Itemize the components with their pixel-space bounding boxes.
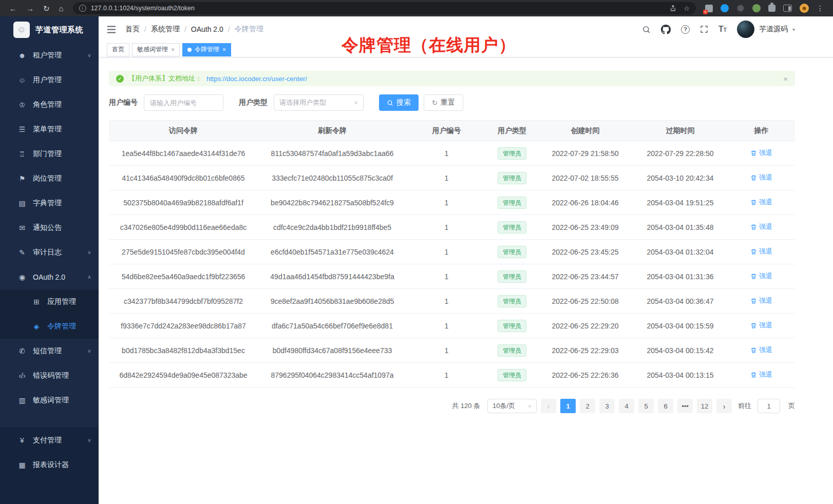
force-logout-button[interactable]: 强退 [750,345,772,355]
user-menu[interactable]: 芋道源码 ▾ [737,21,795,38]
page-button[interactable]: 5 [638,399,654,413]
force-logout-button[interactable]: 强退 [750,173,772,182]
extensions-puzzle-icon[interactable] [768,5,775,12]
sidebar-menu-item[interactable]: ♔ 角色管理 [0,92,99,117]
sidebar-menu-item[interactable]: ✉ 通知公告 [0,216,99,240]
goto-page-input[interactable] [758,399,780,413]
extension-blue-icon[interactable] [721,4,729,12]
menu-item-label: 通知公告 [33,223,62,232]
side-panel-icon[interactable] [783,5,792,12]
search-icon[interactable] [642,25,651,34]
sidebar-menu-item[interactable]: ▦ 报表设计器 [0,453,99,477]
sidebar-menu-item[interactable]: ⚑ 岗位管理 [0,166,99,191]
sidebar-menu-item[interactable]: ▥ 敏感词管理 [0,388,99,413]
force-logout-button[interactable]: 强退 [750,247,772,256]
user-type-badge: 管理员 [498,172,526,184]
page-button[interactable]: 1 [560,399,576,413]
browser-menu-icon[interactable]: ⋮ [817,4,824,12]
cell-user-type: 管理员 [486,289,538,314]
force-logout-button[interactable]: 强退 [750,321,772,330]
app-logo[interactable]: ☺ 芋道管理系统 [0,16,99,43]
sidebar-menu-item[interactable]: ☻ 租户管理 ∨ [0,43,99,68]
sidebar-menu-item[interactable]: ✆ 短信管理 ∨ [0,339,99,363]
sidebar-menu-item[interactable]: ◈ 令牌管理 [0,314,99,339]
page-button[interactable]: ••• [677,399,693,413]
github-icon[interactable] [661,25,671,34]
font-size-icon[interactable]: TT [718,25,727,34]
menu-item-label: 部门管理 [33,149,62,159]
sidebar-menu-item[interactable]: ‹/› 错误码管理 [0,363,99,388]
force-logout-label: 强退 [759,370,772,379]
menu-item-label: 支付管理 [33,436,62,445]
user-type-badge: 管理员 [498,295,526,307]
tab-token-management[interactable]: 令牌管理 × [182,43,231,56]
menu-item-icon: ☻ [17,51,27,60]
close-tab-icon[interactable]: × [171,47,175,53]
menu-item-label: 用户管理 [33,75,62,85]
bookmark-star-icon[interactable]: ☆ [684,5,690,12]
doc-link[interactable]: https://doc.iocoder.cn/user-center/ [206,75,307,83]
sidebar-menu-item[interactable]: ¥ 支付管理 ∨ [0,428,99,453]
page-button[interactable]: 3 [599,399,615,413]
next-page-button[interactable]: › [716,399,732,413]
sidebar-menu-item[interactable]: ☰ 菜单管理 [0,117,99,142]
page-button[interactable]: 4 [619,399,634,413]
page-button[interactable]: 2 [580,399,595,413]
force-logout-button[interactable]: 强退 [750,296,772,305]
force-logout-button[interactable]: 强退 [750,148,772,158]
cell-access-token: 6d842e2924594de9a09e45e087323abe [109,363,258,387]
extension-green-icon[interactable] [752,4,761,12]
breadcrumb-oauth[interactable]: OAuth 2.0 [191,25,223,33]
sidebar-menu-item[interactable]: ⊞ 应用管理 [0,289,99,314]
force-logout-label: 强退 [759,148,772,158]
table-row: 275e5de9151045fe87cbdc395e004f4d e6cfd40… [109,240,795,264]
sidebar-menu-item[interactable]: ✎ 审计日志 ∨ [0,240,99,265]
cell-expire-time: 2054-03-04 00:15:42 [633,338,728,363]
cell-user-type: 管理员 [486,363,538,387]
force-logout-button[interactable]: 强退 [750,272,772,281]
user-type-select[interactable]: 请选择用户类型 ∨ [274,94,364,111]
site-info-icon[interactable]: i [79,5,86,12]
force-logout-button[interactable]: 强退 [750,222,772,231]
tab-home[interactable]: 首页 [107,43,129,56]
cell-user-id: 1 [407,289,486,314]
cell-access-token: 54d6be82ee5a460a9aedc1f9bf223656 [109,264,258,289]
sidebar-menu-item[interactable]: ◉ OAuth 2.0 ∧ [0,265,99,289]
force-logout-button[interactable]: 强退 [750,370,772,379]
address-bar[interactable]: i 127.0.0.1:1024/system/oauth2/token ☆ [73,2,696,14]
tab-sensitive-words[interactable]: 敏感词管理 × [132,43,180,56]
sidebar-menu-item[interactable]: ♖ 部门管理 [0,142,99,166]
alert-close-icon[interactable]: × [783,74,788,83]
fullscreen-icon[interactable] [700,25,708,33]
browser-profile-avatar[interactable]: ☻ [800,4,809,13]
page-button[interactable]: 6 [658,399,673,413]
prev-page-button[interactable]: ‹ [541,399,556,413]
search-button[interactable]: 搜索 [379,94,419,111]
sidebar-menu-item[interactable]: ▤ 字典管理 [0,191,99,216]
collapse-sidebar-icon[interactable] [107,26,116,33]
refresh-icon[interactable]: ↻ [43,5,50,12]
extension-badged-icon[interactable]: 0 [705,5,713,12]
cell-expire-time: 2054-03-04 19:51:25 [633,190,728,215]
sidebar-menu: ☻ 租户管理 ∨ ☺ 用户管理 ♔ 角色管理 ☰ 菜单管理 [0,43,99,413]
close-tab-icon[interactable]: × [222,47,226,53]
forward-icon[interactable]: → [26,5,34,12]
back-icon[interactable]: ← [9,5,17,12]
breadcrumb-home[interactable]: 首页 [125,25,140,34]
share-icon[interactable] [670,5,676,12]
help-icon[interactable]: ? [681,25,690,34]
cell-actions: 强退 [728,314,795,338]
breadcrumb-system[interactable]: 系统管理 [151,25,180,34]
page-content: ✓ 【用户体系】文档地址： https://doc.iocoder.cn/use… [99,57,833,413]
cell-refresh-token: 811c530487574fa0af1a59d3abc1aa66 [258,141,407,166]
extension-dark-icon[interactable] [736,4,745,12]
sidebar-menu-item[interactable]: ☺ 用户管理 [0,68,99,92]
force-logout-button[interactable]: 强退 [750,198,772,207]
home-icon[interactable]: ⌂ [59,5,64,12]
page-size-select[interactable]: 10条/页 ∨ [487,399,537,413]
cell-refresh-token: e6cfd40eb1f54571a31e775e039c4624 [258,240,407,264]
page-button[interactable]: 12 [697,399,712,413]
user-id-input[interactable] [144,94,223,111]
reset-button[interactable]: ↻ 重置 [424,94,463,111]
cell-expire-time: 2054-03-04 01:35:48 [633,215,728,240]
